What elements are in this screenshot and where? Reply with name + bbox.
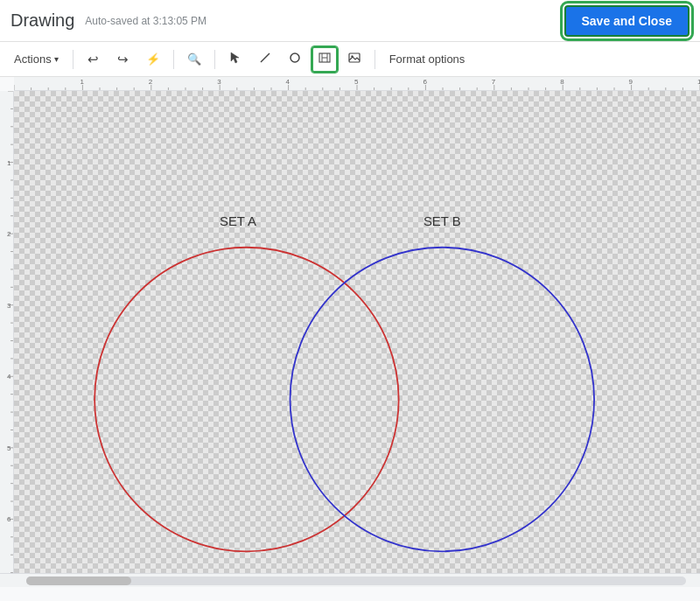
top-bar: Drawing Auto-saved at 3:13:05 PM Save an… [0,0,700,42]
toolbar: Actions ▾ ↩ ↪ ⚡ 🔍 [0,42,700,77]
image-tool-button[interactable] [341,46,368,73]
toolbar-separator-1 [73,50,74,69]
set-b-label: SET B [424,214,461,228]
undo-icon: ↩ [88,52,99,67]
horizontal-ruler [14,77,700,90]
format-options-button[interactable]: Format options [382,49,472,69]
paint-format-icon: ⚡ [146,52,160,66]
text-box-icon [318,51,332,67]
venn-diagram-svg: SET A SET B [14,91,700,587]
autosave-text: Auto-saved at 3:13:05 PM [85,15,206,27]
app-title: Drawing [10,10,74,31]
select-tool-button[interactable] [222,46,248,73]
canvas-content: SET A SET B [14,91,700,587]
vertical-ruler [0,91,13,587]
zoom-icon: 🔍 [187,52,201,66]
toolbar-separator-3 [214,50,215,69]
drawing-canvas[interactable]: SET A SET B [14,91,700,587]
set-a-label: SET A [220,214,256,228]
redo-button[interactable]: ↪ [110,46,136,73]
select-icon [229,52,242,66]
shape-tool-button[interactable] [282,46,308,73]
toolbar-separator-4 [374,50,375,69]
redo-icon: ↪ [117,52,129,67]
toolbar-separator-2 [173,50,174,69]
ruler-top [14,77,700,91]
scrollbar-thumb[interactable] [26,577,131,585]
canvas-area[interactable]: SET A SET B [0,77,700,587]
actions-label: Actions [14,52,52,66]
scrollbar-track[interactable] [26,577,686,585]
save-close-button[interactable]: Save and Close [564,5,690,37]
paint-format-button[interactable]: ⚡ [140,46,166,73]
line-icon [259,52,271,66]
format-options-label: Format options [389,52,466,66]
actions-button[interactable]: Actions ▾ [7,49,66,69]
image-icon [348,52,360,66]
title-area: Drawing Auto-saved at 3:13:05 PM [10,10,206,31]
zoom-button[interactable]: 🔍 [181,46,207,73]
svg-marker-0 [231,52,239,63]
bottom-scrollbar[interactable] [0,573,700,587]
line-tool-button[interactable] [252,46,278,73]
text-box-tool-button[interactable] [312,46,338,73]
actions-chevron-icon: ▾ [54,54,59,64]
circle-a [94,248,399,552]
circle-b [290,248,595,552]
svg-line-1 [261,53,270,62]
svg-rect-7 [349,53,360,62]
svg-point-2 [290,53,299,62]
ruler-left [0,91,14,587]
shape-icon [289,52,301,66]
undo-button[interactable]: ↩ [80,46,107,73]
